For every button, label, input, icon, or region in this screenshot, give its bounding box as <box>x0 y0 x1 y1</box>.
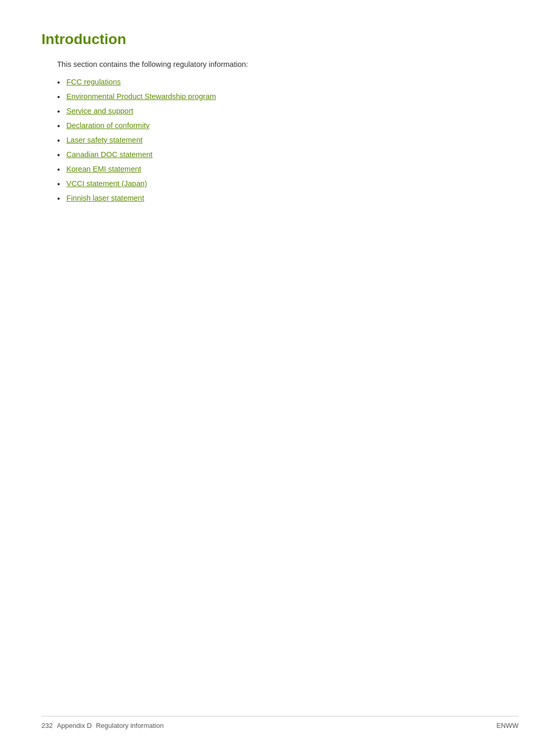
link-service[interactable]: Service and support <box>66 107 133 115</box>
link-finnish[interactable]: Finnish laser statement <box>66 194 144 202</box>
list-item-env: Environmental Product Stewardship progra… <box>57 92 425 101</box>
list-item-finnish: Finnish laser statement <box>57 194 425 202</box>
link-fcc[interactable]: FCC regulations <box>66 78 121 86</box>
footer-right-label: ENWW <box>496 722 519 729</box>
footer-left: 232 Appendix D Regulatory information <box>41 722 164 729</box>
list-item-korean: Korean EMI statement <box>57 165 425 173</box>
link-list: FCC regulationsEnvironmental Product Ste… <box>57 78 425 202</box>
link-vcci[interactable]: VCCI statement (Japan) <box>66 179 147 188</box>
section-title: Introduction <box>41 31 425 48</box>
link-canadian[interactable]: Canadian DOC statement <box>66 150 152 159</box>
intro-text: This section contains the following regu… <box>57 60 425 68</box>
list-item-canadian: Canadian DOC statement <box>57 150 425 159</box>
link-doc[interactable]: Declaration of conformity <box>66 121 149 130</box>
footer-appendix-label: Appendix D <box>57 722 92 729</box>
list-item-fcc: FCC regulations <box>57 78 425 86</box>
link-laser[interactable]: Laser safety statement <box>66 136 143 144</box>
page-footer: 232 Appendix D Regulatory information EN… <box>41 716 519 729</box>
list-item-service: Service and support <box>57 107 425 115</box>
footer-section-label: Regulatory information <box>96 722 164 729</box>
footer-page-number: 232 <box>41 722 53 729</box>
link-env[interactable]: Environmental Product Stewardship progra… <box>66 92 216 101</box>
list-item-vcci: VCCI statement (Japan) <box>57 179 425 188</box>
list-item-laser: Laser safety statement <box>57 136 425 144</box>
list-item-doc: Declaration of conformity <box>57 121 425 130</box>
link-korean[interactable]: Korean EMI statement <box>66 165 141 173</box>
